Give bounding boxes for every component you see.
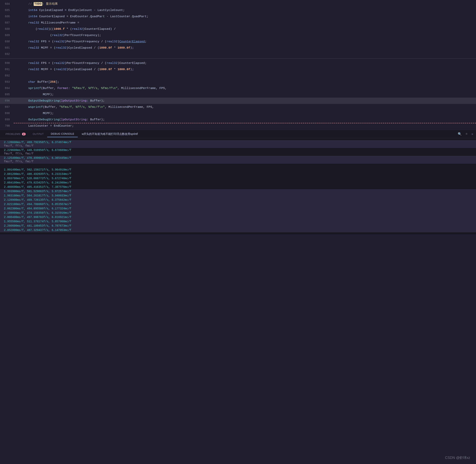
close-icon[interactable]: ✕ bbox=[470, 131, 474, 137]
output-line: fms/f, ff/s, fmc/f bbox=[0, 160, 476, 163]
code-line-692b: 692 bbox=[0, 73, 476, 79]
output-line: 2.109000ms/f, 474.158356f/s, 6.315916mc/… bbox=[0, 211, 476, 215]
editor-top: 684 // TODO: 显示结果 685 int64 CyclesElapse… bbox=[0, 0, 476, 130]
output-group-3: 2.125400ms/f, 470.499664f/s, 6.365445mc/… bbox=[0, 156, 476, 164]
output-group-bottom-9: 2.021100ms/f, 494.780060f/s, 6.053567mc/… bbox=[0, 202, 476, 206]
code-line-693: 693 char Buffer[256]; bbox=[0, 79, 476, 85]
code-line-695: 695 MCPF); bbox=[0, 91, 476, 98]
output-line: 1.993900ms/f, 501.529663f/s, 5.972574mc/… bbox=[0, 190, 476, 193]
output-line: 2.021100ms/f, 494.780060f/s, 6.053567mc/… bbox=[0, 203, 476, 206]
code-block-bottom-editor: 690 real32 FPS = (real32)PerfCountFreque… bbox=[0, 59, 476, 130]
problems-badge: 2 bbox=[22, 133, 26, 135]
watermark: CSDN @虾球xz bbox=[445, 455, 470, 460]
output-group-bottom-12: 2.008400ms/f, 497.908783f/s, 6.016921mc/… bbox=[0, 215, 476, 219]
code-line-688: 688 (real32)((1000.f * (real32)CounterEl… bbox=[0, 26, 476, 32]
output-group-bottom-15: 2.052000ms/f, 487.329437f/s, 6.147053mc/… bbox=[0, 228, 476, 232]
code-line-699: 699 OutputDebugString(lpOutputString: Bu… bbox=[0, 116, 476, 123]
filter-icon[interactable]: ≡ bbox=[465, 132, 468, 137]
output-line: 2.052000ms/f, 487.329437f/s, 6.147053mc/… bbox=[0, 228, 476, 232]
code-line-689: 689 (real32)PerfCountFrequency); bbox=[0, 32, 476, 39]
panel-tabs: PROBLEMS 2 OUTPUT DEBUG CONSOLE w开头的不知道为… bbox=[0, 130, 476, 138]
code-line-691b: 691 real32 MCPF = (real32)CyclesElapsed … bbox=[0, 66, 476, 73]
output-line: 2.125400ms/f, 470.499664f/s, 6.365445mc/… bbox=[0, 156, 476, 160]
output-group-bottom-14: 2.266600ms/f, 441.189453f/s, 6.787673mc/… bbox=[0, 224, 476, 228]
tab-problems[interactable]: PROBLEMS 2 bbox=[2, 131, 29, 137]
code-line-697: 697 wsprintf(Buffer, "%fms/f, %ff/s, %fm… bbox=[0, 104, 476, 110]
code-line-684: 684 // TODO: 显示结果 bbox=[0, 1, 476, 7]
output-line: fms/f, ff/s, fmc/f bbox=[0, 152, 476, 155]
output-line: 1.991400ms/f, 502.159271f/s, 5.964918mc/… bbox=[0, 168, 476, 172]
output-line: 1.983100ms/f, 504.261017f/s, 5.940033mc/… bbox=[0, 194, 476, 197]
panel-title: w开头的不知道为啥不能打印浮点数改用sprintf bbox=[82, 132, 138, 136]
tab-debug-console[interactable]: DEBUG CONSOLE bbox=[47, 131, 78, 137]
output-group-bottom-7: 1.983100ms/f, 504.261017f/s, 5.940033mc/… bbox=[0, 193, 476, 198]
output-line: fms/f, ff/s, fmc/f bbox=[0, 144, 476, 148]
code-line-700: 700 LastCounter = EndCounter; bbox=[0, 123, 476, 129]
output-group-bottom-10: 2.062300ms/f, 484.895508f/s, 6.177324mc/… bbox=[0, 206, 476, 211]
code-line-687: 687 real32 MillisecondPerFrame = bbox=[0, 19, 476, 26]
output-group-bottom-6: 1.993900ms/f, 501.529663f/s, 5.972574mc/… bbox=[0, 189, 476, 193]
output-spacer bbox=[0, 164, 476, 168]
output-line: 2.062300ms/f, 484.895508f/s, 6.177324mc/… bbox=[0, 207, 476, 210]
output-group-bottom-4: 2.084100ms/f, 479.823425f/s, 6.241980mc/… bbox=[0, 181, 476, 185]
output-line: 2.084100ms/f, 479.823425f/s, 6.241980mc/… bbox=[0, 181, 476, 184]
code-block-top: 684 // TODO: 显示结果 685 int64 CyclesElapse… bbox=[0, 0, 476, 58]
output-line: 2.081200ms/f, 480.492035f/s, 6.233134mc/… bbox=[0, 172, 476, 176]
search-icon[interactable]: 🔍 bbox=[457, 131, 463, 137]
output-group-bottom-5: 2.466600ms/f, 405.416351f/s, 7.387576mc/… bbox=[0, 185, 476, 189]
output-line: 2.128900ms/f, 469.726135f/s, 6.375842mc/… bbox=[0, 198, 476, 202]
code-line-696: 696 OutputDebugString(lpOutputString: Bu… bbox=[0, 98, 476, 104]
output-group-bottom-1: 1.991400ms/f, 502.159271f/s, 5.964918mc/… bbox=[0, 168, 476, 172]
code-line-690: 690 real32 FPS = (real32)PerfCountFreque… bbox=[0, 39, 476, 45]
output-line: 1.893700ms/f, 528.066772f/s, 5.672740mc/… bbox=[0, 177, 476, 180]
output-line: 2.008400ms/f, 497.908783f/s, 6.016921mc/… bbox=[0, 215, 476, 219]
code-line-694: 694 sprintf(Buffer, Format: "%fms/f, %ff… bbox=[0, 85, 476, 91]
output-line: 2.466600ms/f, 405.416351f/s, 7.387576mc/… bbox=[0, 185, 476, 189]
output-line: 2.128600ms/f, 469.792358f/s, 6.374974mc/… bbox=[0, 141, 476, 144]
output-group-bottom-11: 2.109000ms/f, 474.158356f/s, 6.315916mc/… bbox=[0, 211, 476, 215]
bottom-panel: PROBLEMS 2 OUTPUT DEBUG CONSOLE w开头的不知道为… bbox=[0, 130, 476, 234]
output-group-bottom-2: 2.081200ms/f, 480.492035f/s, 6.233134mc/… bbox=[0, 172, 476, 176]
output-group-1: 2.128600ms/f, 469.792358f/s, 6.374974mc/… bbox=[0, 140, 476, 148]
output-group-2: 2.229600ms/f, 448.510956f/s, 6.678689mc/… bbox=[0, 148, 476, 156]
code-line-698: 698 MCPF); bbox=[0, 110, 476, 116]
output-group-bottom-3: 1.893700ms/f, 528.066772f/s, 5.672740mc/… bbox=[0, 176, 476, 181]
tab-output[interactable]: OUTPUT bbox=[29, 131, 47, 137]
code-line-691: 691 real32 MCPF = (real32)CyclesElapsed … bbox=[0, 45, 476, 51]
output-line: 1.955500ms/f, 511.378174f/s, 5.857008mc/… bbox=[0, 220, 476, 223]
editor-divider bbox=[0, 58, 476, 59]
output-group-bottom-8: 2.128900ms/f, 469.726135f/s, 6.375842mc/… bbox=[0, 198, 476, 202]
output-section: 2.128600ms/f, 469.792358f/s, 6.374974mc/… bbox=[0, 138, 476, 234]
output-group-bottom-13: 1.955500ms/f, 511.378174f/s, 5.857008mc/… bbox=[0, 219, 476, 224]
panel-toolbar: 🔍 ≡ ✕ bbox=[457, 131, 474, 137]
output-line: 2.266600ms/f, 441.189453f/s, 6.787673mc/… bbox=[0, 224, 476, 228]
code-line-692a: 692 bbox=[0, 51, 476, 57]
code-line-690b: 690 real32 FPS = (real32)PerfCountFreque… bbox=[0, 60, 476, 66]
code-line-686: 686 int64 CounterElapsed = EndCounter.Qu… bbox=[0, 13, 476, 19]
output-line: 2.229600ms/f, 448.510956f/s, 6.678689mc/… bbox=[0, 148, 476, 152]
code-line-685: 685 int64 CyclesElapsed = EndCycleCount … bbox=[0, 7, 476, 13]
